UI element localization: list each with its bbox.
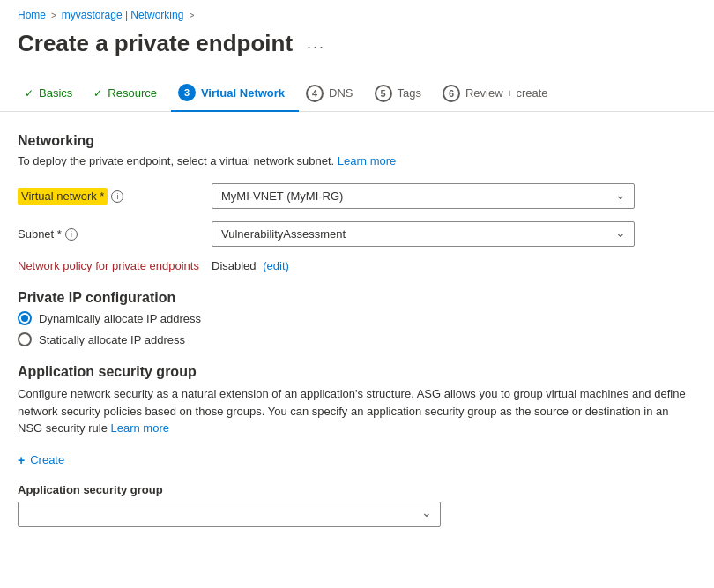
- radio-dynamic[interactable]: Dynamically allocate IP address: [18, 311, 696, 325]
- asg-create-button[interactable]: + Create: [18, 450, 64, 471]
- breadcrumb: Home > myvastorage | Networking >: [0, 0, 714, 26]
- subnet-control: VulnerabilityAssessment: [212, 221, 635, 247]
- step-review-circle: 6: [443, 85, 460, 102]
- step-tags[interactable]: 5 Tags: [368, 76, 435, 111]
- breadcrumb-resource[interactable]: myvastorage | Networking: [62, 9, 184, 21]
- radio-static[interactable]: Statically allocate IP address: [18, 332, 696, 346]
- asg-section: Application security group Configure net…: [18, 364, 696, 527]
- subnet-label: Subnet * i: [18, 227, 212, 241]
- step-basics-check: ✓: [25, 87, 33, 100]
- step-resource[interactable]: ✓ Resource: [86, 78, 171, 108]
- step-resource-label: Resource: [108, 86, 157, 100]
- asg-dropdown[interactable]: [18, 502, 441, 527]
- breadcrumb-sep2: >: [189, 11, 194, 20]
- radio-static-label: Statically allocate IP address: [39, 333, 185, 346]
- step-basics-label: Basics: [39, 86, 72, 100]
- asg-title: Application security group: [18, 364, 696, 380]
- step-basics[interactable]: ✓ Basics: [18, 78, 86, 108]
- radio-group: Dynamically allocate IP address Statical…: [18, 311, 696, 346]
- step-tags-circle: 5: [375, 85, 392, 102]
- step-virtual-network[interactable]: 3 Virtual Network: [171, 75, 299, 112]
- wizard-steps: ✓ Basics ✓ Resource 3 Virtual Network 4 …: [0, 75, 714, 112]
- virtual-network-label: Virtual network * i: [18, 188, 212, 205]
- radio-dynamic-circle: [18, 311, 32, 325]
- step-vnet-circle: 3: [178, 84, 196, 101]
- subnet-dropdown-wrapper: VulnerabilityAssessment: [212, 221, 635, 247]
- asg-dropdown-wrapper: [18, 502, 441, 527]
- networking-learn-more-link[interactable]: Learn more: [338, 154, 396, 167]
- page-title-row: Create a private endpoint ...: [0, 26, 714, 75]
- virtual-network-dropdown-wrapper: MyMI-VNET (MyMI-RG): [212, 183, 635, 209]
- virtual-network-info-icon[interactable]: i: [111, 190, 123, 203]
- subnet-dropdown[interactable]: VulnerabilityAssessment: [212, 221, 635, 247]
- asg-description: Configure network security as a natural …: [18, 385, 696, 437]
- asg-control: [18, 502, 441, 527]
- networking-desc: To deploy the private endpoint, select a…: [18, 154, 696, 167]
- ellipsis-button[interactable]: ...: [301, 33, 331, 55]
- subnet-info-icon[interactable]: i: [65, 228, 78, 241]
- breadcrumb-home[interactable]: Home: [18, 9, 46, 21]
- network-policy-value: Disabled (edit): [212, 259, 289, 272]
- step-review-label: Review + create: [465, 86, 548, 100]
- virtual-network-control: MyMI-VNET (MyMI-RG): [212, 183, 635, 209]
- main-content: Networking To deploy the private endpoin…: [0, 112, 714, 566]
- step-review-create[interactable]: 6 Review + create: [435, 76, 562, 111]
- network-policy-row: Network policy for private endpoints Dis…: [18, 259, 696, 272]
- step-vnet-label: Virtual Network: [201, 86, 285, 100]
- step-dns[interactable]: 4 DNS: [299, 76, 367, 111]
- breadcrumb-sep1: >: [51, 11, 56, 20]
- radio-dynamic-label: Dynamically allocate IP address: [39, 312, 201, 325]
- step-dns-label: DNS: [329, 86, 353, 100]
- step-resource-check: ✓: [93, 87, 102, 100]
- asg-field-label: Application security group: [18, 483, 696, 496]
- private-ip-section: Private IP configuration Dynamically all…: [18, 290, 696, 346]
- radio-static-circle: [18, 332, 32, 346]
- subnet-label-text: Subnet *: [18, 227, 62, 241]
- networking-title: Networking: [18, 133, 696, 149]
- subnet-row: Subnet * i VulnerabilityAssessment: [18, 221, 696, 247]
- virtual-network-dropdown[interactable]: MyMI-VNET (MyMI-RG): [212, 183, 635, 209]
- private-ip-title: Private IP configuration: [18, 290, 696, 306]
- network-policy-label: Network policy for private endpoints: [18, 259, 212, 272]
- step-tags-label: Tags: [398, 86, 421, 100]
- plus-icon: +: [18, 453, 25, 467]
- virtual-network-row: Virtual network * i MyMI-VNET (MyMI-RG): [18, 183, 696, 209]
- network-policy-edit-link[interactable]: (edit): [263, 259, 289, 272]
- step-dns-circle: 4: [306, 85, 324, 102]
- asg-create-label: Create: [30, 453, 64, 466]
- page-title: Create a private endpoint: [18, 30, 293, 57]
- asg-learn-more-link[interactable]: Learn more: [111, 421, 169, 435]
- virtual-network-label-text: Virtual network *: [18, 188, 108, 205]
